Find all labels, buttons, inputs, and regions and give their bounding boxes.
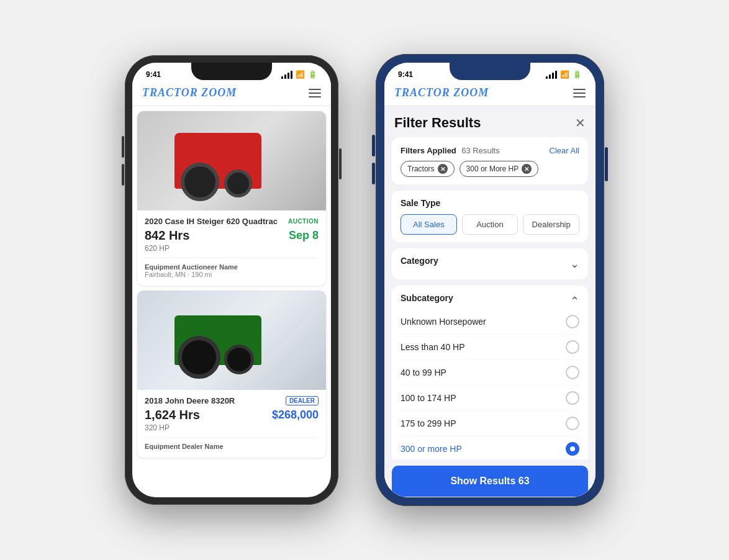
radio-option-300-plus[interactable]: 300 or more HP	[401, 436, 579, 459]
wifi-icon: 📶	[296, 70, 305, 79]
listing-hp-2: 320 HP	[145, 423, 319, 432]
filter-body: Filters Applied 63 Results Clear All Tra…	[384, 137, 595, 459]
radio-option-40-99[interactable]: 40 to 99 HP	[401, 360, 579, 386]
filter-tag-hp-label: 300 or More HP	[466, 165, 519, 173]
volume-down-button[interactable]	[122, 164, 124, 186]
listing-dealer-row-1: Equipment Auctioneer Name Fairbault, MN …	[145, 258, 319, 278]
notch	[191, 63, 272, 80]
tractor-green-icon	[174, 315, 261, 365]
app-header: Tractor Zoom	[132, 81, 331, 106]
filters-applied-label: Filters Applied	[401, 146, 456, 155]
filter-tag-hp-remove[interactable]: ✕	[522, 164, 532, 174]
clear-all-button[interactable]: Clear All	[550, 146, 579, 155]
status-time: 9:41	[146, 70, 161, 79]
right-menu-button[interactable]	[573, 89, 586, 97]
listing-title-row-1: 2020 Case IH Steiger 620 Quadtrac AUCTIO…	[145, 217, 319, 226]
listing-card[interactable]: 2020 Case IH Steiger 620 Quadtrac AUCTIO…	[137, 111, 326, 286]
listing-hours-1: 842 Hrs	[145, 228, 189, 243]
listing-card-2[interactable]: 2018 John Deere 8320R DEALER 1,624 Hrs $…	[137, 291, 326, 458]
right-status-icons: 📶 🔋	[546, 70, 582, 79]
radio-label-300-plus: 300 or more HP	[401, 444, 462, 454]
listing-hours-2: 1,624 Hrs	[145, 408, 200, 422]
filter-tags: Tractors ✕ 300 or More HP ✕	[401, 161, 579, 177]
filter-footer: Show Results 63 Cancel	[384, 459, 595, 497]
filter-tag-tractors-label: Tractors	[407, 165, 435, 173]
radio-label-unknown: Unknown Horsepower	[401, 317, 486, 327]
subcategory-collapsible-header[interactable]: Subcategory ⌃	[401, 293, 579, 309]
listing-title-row-2: 2018 John Deere 8320R DEALER	[145, 396, 319, 405]
right-volume-down-button[interactable]	[372, 163, 375, 184]
filter-title: Filter Results	[394, 115, 481, 131]
sale-type-dealership[interactable]: Dealership	[523, 214, 579, 235]
right-app-header: Tractor Zoom	[384, 81, 595, 106]
radio-label-175-299: 175 to 299 HP	[401, 418, 456, 428]
right-wifi-icon: 📶	[560, 70, 569, 79]
right-battery-icon: 🔋	[573, 70, 582, 79]
listing-hp-1: 620 HP	[145, 244, 319, 253]
listing-title-1: 2020 Case IH Steiger 620 Quadtrac	[145, 217, 278, 226]
listing-info-1: 2020 Case IH Steiger 620 Quadtrac AUCTIO…	[137, 210, 326, 286]
listing-image-2	[137, 291, 326, 390]
menu-button[interactable]	[309, 89, 321, 97]
listing-badge-2: DEALER	[286, 396, 319, 405]
sale-type-buttons: All Sales Auction Dealership	[401, 214, 579, 235]
radio-option-175-299[interactable]: 175 to 299 HP	[401, 411, 579, 436]
power-button[interactable]	[339, 148, 342, 179]
right-app-logo: Tractor Zoom	[394, 86, 489, 99]
category-section: Category ⌄	[392, 248, 588, 279]
category-chevron-icon: ⌄	[570, 257, 579, 271]
listing-dealer-name-2: Equipment Dealer Name	[145, 443, 319, 450]
radio-circle-300-plus[interactable]	[566, 442, 579, 456]
right-power-button[interactable]	[605, 147, 608, 181]
listing-stats-row-1: 842 Hrs Sep 8	[145, 228, 319, 243]
right-volume-up-button[interactable]	[372, 135, 375, 156]
radio-label-lt40: Less than 40 HP	[401, 342, 465, 352]
radio-option-lt40[interactable]: Less than 40 HP	[401, 335, 579, 360]
right-signal-icon	[546, 71, 557, 79]
right-status-time: 9:41	[398, 70, 413, 79]
listing-date-1: Sep 8	[289, 229, 319, 242]
radio-circle-100-174[interactable]	[566, 391, 579, 405]
listings-scroll: 2020 Case IH Steiger 620 Quadtrac AUCTIO…	[132, 106, 331, 488]
sale-type-all-sales[interactable]: All Sales	[401, 214, 457, 235]
radio-circle-175-299[interactable]	[566, 417, 579, 430]
listing-title-2: 2018 John Deere 8320R	[145, 396, 235, 405]
radio-option-unknown[interactable]: Unknown Horsepower	[401, 309, 579, 335]
filters-applied-label-group: Filters Applied 63 Results	[401, 145, 500, 156]
subcategory-title: Subcategory	[401, 293, 453, 303]
listing-dealer-name-1: Equipment Auctioneer Name	[145, 263, 319, 271]
filters-applied-row: Filters Applied 63 Results Clear All	[401, 145, 579, 156]
radio-circle-unknown[interactable]	[566, 315, 579, 328]
radio-label-100-174: 100 to 174 HP	[401, 393, 456, 403]
left-phone: 9:41 📶 🔋 Tractor Zoom	[125, 55, 338, 505]
right-notch	[450, 63, 530, 80]
show-results-button[interactable]: Show Results 63	[392, 466, 588, 497]
right-phone-screen: 9:41 📶 🔋 Tractor Zoom	[384, 63, 595, 497]
category-title: Category	[401, 256, 438, 266]
listing-image-1	[137, 111, 326, 210]
radio-circle-lt40[interactable]	[566, 340, 579, 354]
radio-circle-40-99[interactable]	[566, 366, 579, 379]
applied-filters-section: Filters Applied 63 Results Clear All Tra…	[392, 137, 588, 184]
listing-stats-row-2: 1,624 Hrs $268,000	[145, 408, 319, 422]
radio-label-40-99: 40 to 99 HP	[401, 368, 446, 377]
filter-tag-tractors-remove[interactable]: ✕	[438, 164, 448, 174]
signal-icon	[281, 71, 292, 79]
listing-badge-1: AUCTION	[288, 218, 319, 225]
close-filter-button[interactable]: ✕	[575, 117, 586, 129]
battery-icon: 🔋	[308, 70, 317, 79]
sale-type-title: Sale Type	[401, 198, 579, 208]
listing-dealer-loc-1: Fairbault, MN · 190 mi	[145, 271, 319, 278]
left-phone-screen: 9:41 📶 🔋 Tractor Zoom	[132, 63, 331, 497]
sale-type-auction[interactable]: Auction	[462, 214, 518, 235]
app-logo: Tractor Zoom	[142, 86, 237, 99]
category-collapsible-header[interactable]: Category ⌄	[401, 256, 579, 272]
subcategory-section: Subcategory ⌃ Unknown Horsepower Less th…	[392, 286, 588, 459]
filter-tag-hp[interactable]: 300 or More HP ✕	[460, 161, 539, 177]
filter-tag-tractors[interactable]: Tractors ✕	[401, 161, 455, 177]
listing-dealer-row-2: Equipment Dealer Name	[145, 437, 319, 450]
radio-option-100-174[interactable]: 100 to 174 HP	[401, 386, 579, 411]
listing-info-2: 2018 John Deere 8320R DEALER 1,624 Hrs $…	[137, 390, 326, 458]
volume-up-button[interactable]	[122, 136, 124, 158]
listing-price-2: $268,000	[272, 409, 319, 422]
